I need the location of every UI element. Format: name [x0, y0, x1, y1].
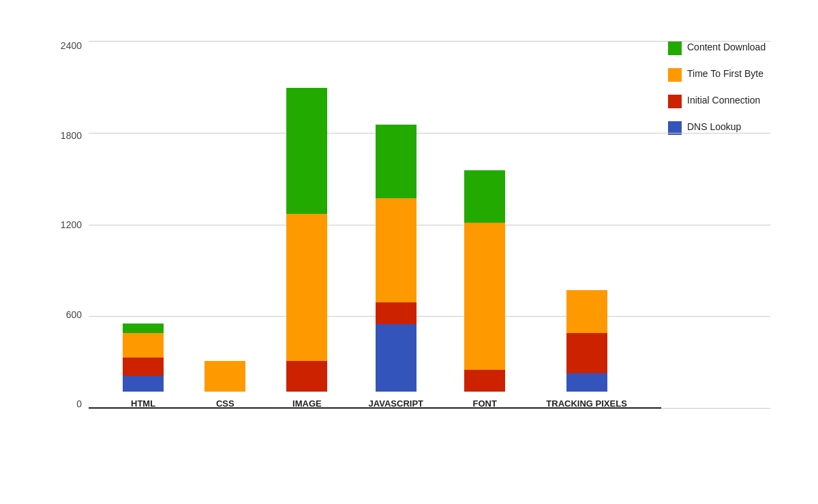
legend-item-3: DNS Lookup [668, 121, 770, 135]
legend-text-1: Time To First Byte [687, 67, 763, 80]
segment-ttfb [123, 333, 164, 358]
legend-text-3: DNS Lookup [687, 121, 741, 133]
y-label-600: 600 [41, 310, 82, 319]
segment-ttfb [204, 361, 245, 392]
bar-stack-0 [123, 324, 164, 392]
x-axis-line [89, 407, 661, 409]
segment-download [123, 324, 164, 333]
bars-section: HTMLCSSIMAGEJAVASCRIPTFONTTRACKING PIXEL… [89, 41, 661, 409]
segment-download [464, 170, 505, 223]
segment-initial [123, 358, 164, 376]
segment-dns [123, 376, 164, 392]
bar-group-css: CSS [204, 361, 245, 409]
legend: Content DownloadTime To First ByteInitia… [661, 41, 770, 409]
segment-download [376, 125, 416, 198]
y-label-1800: 1800 [41, 131, 82, 140]
segment-ttfb [286, 214, 327, 361]
segment-ttfb [464, 223, 505, 370]
legend-item-1: Time To First Byte [668, 67, 770, 82]
bar-group-font: FONT [464, 170, 505, 409]
chart-area: 0 600 1200 1800 2400 HTMLCSSIMAGEJAVASCR… [89, 41, 770, 409]
bar-group-html: HTML [123, 324, 164, 409]
segment-initial [464, 370, 505, 392]
segment-ttfb [566, 290, 607, 333]
bar-stack-4 [464, 170, 505, 392]
legend-color-2 [668, 95, 682, 108]
legend-color-3 [668, 121, 682, 135]
legend-color-1 [668, 68, 682, 82]
segment-dns [566, 373, 607, 392]
segment-initial [566, 333, 607, 373]
bar-stack-5 [566, 290, 607, 392]
bar-stack-3 [376, 125, 416, 392]
legend-text-0: Content Download [687, 41, 766, 53]
segment-initial [286, 361, 327, 392]
y-label-2400: 2400 [41, 41, 82, 50]
bar-group-image: IMAGE [286, 88, 327, 409]
segment-download [286, 88, 327, 214]
legend-item-2: Initial Connection [668, 94, 770, 108]
segment-initial [376, 302, 416, 324]
legend-text-2: Initial Connection [687, 94, 760, 106]
segment-ttfb [376, 198, 416, 302]
bars-and-legend: HTMLCSSIMAGEJAVASCRIPTFONTTRACKING PIXEL… [89, 41, 770, 409]
y-axis: 0 600 1200 1800 2400 [41, 41, 82, 409]
bar-group-tracking-pixels: TRACKING PIXELS [546, 290, 626, 409]
y-label-1200: 1200 [41, 220, 82, 230]
bar-stack-1 [204, 361, 245, 392]
legend-color-0 [668, 42, 682, 55]
legend-item-0: Content Download [668, 41, 770, 55]
bar-stack-2 [286, 88, 327, 392]
segment-dns [376, 324, 416, 392]
bar-group-javascript: JAVASCRIPT [369, 125, 423, 409]
y-label-0: 0 [41, 399, 82, 409]
chart-container: 0 600 1200 1800 2400 HTMLCSSIMAGEJAVASCR… [34, 14, 784, 490]
